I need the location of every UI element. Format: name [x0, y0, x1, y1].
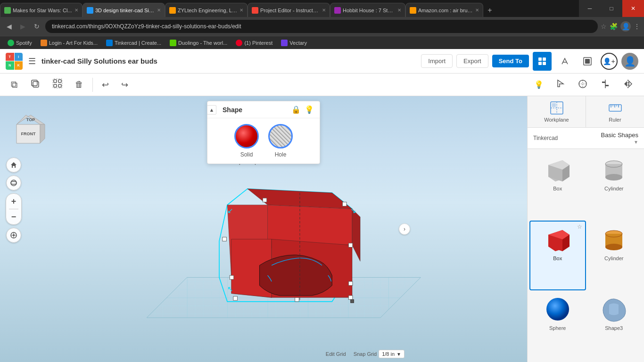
- solid-label: Solid: [240, 151, 253, 158]
- extensions-icon[interactable]: 🧩: [610, 23, 618, 30]
- tab-amazon[interactable]: Amazon.com : air brush... ✕: [405, 3, 483, 17]
- view-mode-build[interactable]: [555, 52, 574, 71]
- send-to-label: Send To: [499, 58, 522, 65]
- ruler-button[interactable]: Ruler: [586, 96, 644, 127]
- shape-item-cylinder-gray[interactable]: Cylinder: [586, 151, 643, 221]
- browser-menu-icon[interactable]: ⋮: [634, 23, 640, 30]
- export-button[interactable]: Export: [456, 54, 488, 68]
- orientation-button[interactable]: [6, 228, 21, 243]
- bookmark-favicon-pinterest: [236, 40, 242, 46]
- snap-grid-control[interactable]: Snap Grid 1/8 in ▼: [354, 350, 405, 358]
- shape-source-selector[interactable]: Tinkercad Basic Shapes ▼: [528, 128, 644, 149]
- shape-item-box-red[interactable]: ☆ Box: [529, 221, 586, 290]
- view-mode-panels[interactable]: [578, 52, 597, 71]
- hole-option[interactable]: Hole: [268, 124, 293, 158]
- lock-icon[interactable]: 🔒: [291, 105, 301, 114]
- shape-panel-collapse-btn[interactable]: ▲: [207, 105, 216, 115]
- canvas-area[interactable]: TOP FRONT: [0, 96, 527, 362]
- toolbar: ⧉ 🗑 ↩ ↪: [0, 74, 644, 96]
- svg-rect-49: [295, 297, 299, 302]
- address-input[interactable]: [45, 20, 598, 33]
- bookmark-art-for-kids[interactable]: Login - Art For Kids...: [37, 39, 101, 47]
- bookmark-spotify[interactable]: Spotify: [4, 39, 36, 47]
- snap-dropdown-icon: ▼: [396, 352, 401, 357]
- redo-button[interactable]: ↪: [116, 76, 133, 93]
- tab-tinkercad[interactable]: 3D design tinker-cad Sill... ✕: [83, 3, 165, 17]
- tab-favicon-3: [169, 7, 176, 14]
- copy-button[interactable]: ⧉: [6, 76, 23, 93]
- bookmark-tinkercad[interactable]: Tinkercad | Create...: [102, 39, 165, 47]
- shape-item-cylinder-orange[interactable]: Cylinder: [586, 221, 643, 290]
- tc-logo[interactable]: T I N K: [6, 53, 23, 70]
- svg-rect-3: [543, 62, 546, 65]
- shape-item-box-gray[interactable]: Box: [529, 151, 586, 221]
- orbit-icon: [10, 179, 17, 187]
- shape-category-selector[interactable]: Basic Shapes ▼: [601, 132, 639, 145]
- view-cube[interactable]: TOP FRONT: [9, 106, 52, 155]
- tab-close-2[interactable]: ✕: [157, 8, 161, 13]
- window-minimize-button[interactable]: ─: [579, 0, 601, 17]
- zoom-in-button[interactable]: +: [6, 194, 21, 209]
- group-button[interactable]: [47, 75, 68, 94]
- visibility-icon[interactable]: 💡: [305, 105, 314, 114]
- bookmark-vectary[interactable]: Vectary: [277, 39, 311, 47]
- new-tab-button[interactable]: +: [483, 4, 496, 17]
- svg-point-79: [605, 244, 622, 250]
- import-button[interactable]: Import: [421, 54, 453, 68]
- bottom-bar: Edit Grid Snap Grid 1/8 in ▼: [326, 350, 405, 358]
- add-user-button[interactable]: 👤+: [601, 53, 618, 70]
- tab-favicon-4: [252, 7, 258, 14]
- tab-project-editor[interactable]: Project Editor - Instructa... ✕: [248, 3, 330, 17]
- orbit-view-button[interactable]: [6, 175, 21, 190]
- tab-favicon-2: [87, 7, 93, 14]
- menu-icon-button[interactable]: ☰: [26, 54, 38, 68]
- svg-marker-21: [40, 124, 45, 143]
- light-tool-button[interactable]: 💡: [529, 77, 549, 92]
- back-button[interactable]: ◀: [4, 21, 15, 32]
- tab-close-5[interactable]: ✕: [397, 8, 401, 13]
- reload-button[interactable]: ↻: [31, 21, 42, 32]
- tc-main: TOP FRONT: [0, 96, 644, 362]
- right-panel-collapse-btn[interactable]: ›: [399, 223, 410, 235]
- solid-option[interactable]: Solid: [234, 124, 259, 158]
- shape-item-sphere-blue[interactable]: Sphere: [529, 290, 586, 360]
- bookmark-pinterest[interactable]: (1) Pinterest: [232, 39, 276, 47]
- tab-zyltech[interactable]: ZYLtech Engineering, LL... ✕: [165, 3, 248, 17]
- profile-avatar-icon[interactable]: 👤: [620, 21, 631, 32]
- tab-close-6[interactable]: ✕: [475, 8, 479, 13]
- view-mode-grid[interactable]: [533, 52, 552, 71]
- snap-value: 1/8 in: [382, 351, 395, 357]
- window-maximize-button[interactable]: □: [601, 0, 622, 17]
- select-tool-button[interactable]: [551, 76, 570, 94]
- shape-item-shape3[interactable]: Shape3: [586, 290, 643, 360]
- delete-button[interactable]: 🗑: [70, 76, 89, 93]
- tab-hobbit-house[interactable]: Hobbit House : 7 Steps ... ✕: [330, 3, 405, 17]
- undo-button[interactable]: ↩: [97, 76, 114, 93]
- edit-grid-button[interactable]: Edit Grid: [326, 351, 346, 357]
- snap-value-input[interactable]: 1/8 in ▼: [379, 350, 405, 358]
- duplicate-button[interactable]: [25, 75, 45, 94]
- workplane-button[interactable]: Workplane: [528, 96, 586, 127]
- logo-cell-n: N: [6, 61, 14, 70]
- send-to-button[interactable]: Send To: [492, 55, 529, 67]
- tab-close-3[interactable]: ✕: [239, 8, 243, 13]
- tab-close-1[interactable]: ✕: [74, 8, 78, 13]
- bookmark-duolingo[interactable]: Duolingo - The worl...: [166, 39, 231, 47]
- tab-favicon-1: [4, 7, 11, 14]
- shape-tool-button[interactable]: [572, 75, 593, 94]
- logo-cell-t: T: [6, 53, 14, 61]
- forward-button[interactable]: ▶: [17, 21, 28, 32]
- tab-makes-star-wars[interactable]: Makes for Star Wars: Cl... ✕: [0, 3, 83, 17]
- favorite-star-icon[interactable]: ☆: [577, 223, 582, 230]
- align-tool-button[interactable]: [595, 75, 616, 94]
- user-avatar[interactable]: 👤: [621, 53, 638, 70]
- tab-title-5: Hobbit House : 7 Steps ...: [343, 8, 396, 13]
- tab-close-4[interactable]: ✕: [322, 8, 326, 13]
- home-view-button[interactable]: [6, 157, 21, 173]
- zoom-out-button[interactable]: −: [6, 209, 21, 224]
- tab-bar: Makes for Star Wars: Cl... ✕ 3D design t…: [0, 0, 644, 17]
- mirror-tool-button[interactable]: [618, 75, 638, 94]
- window-close-button[interactable]: ✕: [622, 0, 644, 17]
- bookmark-star-icon[interactable]: ☆: [601, 23, 607, 30]
- project-title: tinker-cad Silly Solutions ear buds: [41, 57, 417, 65]
